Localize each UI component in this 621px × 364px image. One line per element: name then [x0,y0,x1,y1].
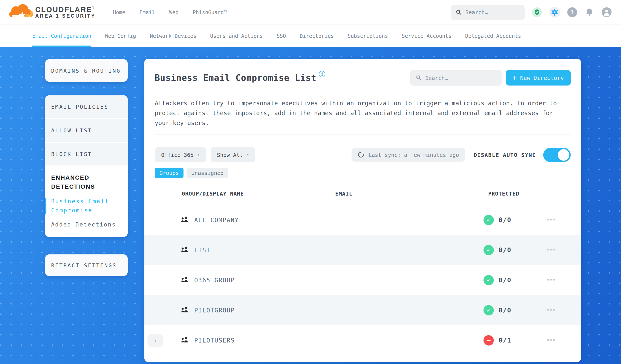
protected-count: 0/0 [499,306,511,314]
group-icon [180,246,189,254]
tab-email-configuration[interactable]: Email Configuration [32,25,91,47]
tab-directories[interactable]: Directories [300,25,334,47]
app: CLOUDFLARE® AREA 1 SECURITY Home Email W… [0,0,621,364]
cloudflare-cloud-icon [9,4,34,21]
sidebar-item-email-policies[interactable]: EMAIL POLICIES [45,95,128,119]
table-row[interactable]: › PILOTGROUP ✓ 0/0 [144,295,581,325]
group-name: PILOTUSERS [194,337,235,344]
sidebar-section-enhanced-detections: ENHANCED DETECTIONS Business Email Compr… [45,166,128,237]
sidebar-item-domains-routing[interactable]: DOMAINS & ROUTING [45,59,128,82]
row-menu-icon[interactable] [547,339,555,341]
row-menu-icon[interactable] [547,309,555,311]
protected-status-badge: ✓ [483,305,494,315]
table-row[interactable]: › O365_GROUP ✓ 0/0 [144,265,581,295]
group-icon [180,276,189,284]
global-search-input[interactable] [466,9,519,16]
card-header: Business Email Compromise Listi + New Di… [144,59,581,86]
bell-icon[interactable] [585,7,594,17]
new-directory-button[interactable]: + New Directory [506,70,571,86]
row-menu-icon[interactable] [547,249,555,251]
directory-select-value: Office 365 [161,152,194,158]
top-nav-web[interactable]: Web [169,9,178,15]
tab-sso[interactable]: SSO [276,25,286,47]
sidebar-label: ALLOW LIST [51,127,92,134]
new-directory-label: New Directory [520,75,564,81]
group-icon [180,306,189,314]
list-tabs: Groups Unassigned [155,168,571,178]
bec-list-card: Business Email Compromise Listi + New Di… [144,59,581,362]
protected-count: 0/1 [499,336,511,344]
sidebar-label: EMAIL POLICIES [51,104,108,110]
top-right-controls: ? [451,4,612,20]
group-name: O365_GROUP [194,277,235,284]
sidebar-link-label: Business Email Compromise [51,198,109,214]
table-row[interactable]: › LIST ✓ 0/0 [144,235,581,265]
gear-icon[interactable] [549,7,560,17]
info-icon[interactable]: i [319,71,325,77]
global-search[interactable] [451,4,525,20]
directory-select[interactable]: Office 365 ▾ [155,147,206,162]
table-row[interactable]: › ALL COMPANY ✓ 0/0 [144,205,581,235]
plus-icon: + [513,74,517,82]
tab-service-accounts[interactable]: Service Accounts [402,25,451,47]
sidebar-link-label: Added Detections [51,221,116,228]
brand-registered-mark: ® [92,6,94,9]
protected-count: 0/0 [499,276,511,284]
top-header: CLOUDFLARE® AREA 1 SECURITY Home Email W… [0,0,621,24]
column-protected: PROTECTED [488,191,519,197]
protected-status-badge: ✓ [483,275,494,285]
protected-status-badge: − [483,335,494,346]
tab-unassigned[interactable]: Unassigned [187,168,228,178]
auto-sync-label: DISABLE AUTO SYNC [474,152,536,158]
protected-count: 0/0 [499,216,511,224]
groups-table: GROUP/DISPLAY NAME EMAIL PROTECTED › ALL… [144,186,581,355]
group-icon [180,336,189,344]
last-sync-status[interactable]: Last sync: a few minutes ago [352,148,465,162]
protected-status-badge: ✓ [483,215,494,225]
brand-text: CLOUDFLARE® AREA 1 SECURITY [35,6,96,19]
sidebar-label: DOMAINS & ROUTING [51,67,121,74]
auto-sync-toggle[interactable] [543,148,571,162]
brand-name: CLOUDFLARE [35,5,92,14]
account-icon[interactable] [602,7,612,17]
tab-users-and-actions[interactable]: Users and Actions [210,25,263,47]
list-search-input[interactable] [425,75,496,81]
sidebar-item-added-detections[interactable]: Added Detections [51,220,122,229]
search-icon [416,75,421,81]
sync-icon [358,151,365,158]
tab-delegated-accounts[interactable]: Delegated Accounts [465,25,521,47]
list-search[interactable] [410,70,501,86]
row-menu-icon[interactable] [547,279,555,281]
table-row[interactable]: › PILOTUSERS − 0/1 [144,325,581,355]
protected-count: 0/0 [499,246,511,254]
tab-groups[interactable]: Groups [155,168,184,178]
chevron-down-icon: ▾ [247,153,249,157]
tab-subscriptions[interactable]: Subscriptions [348,25,388,47]
top-nav-phishguard[interactable]: PhishGuard™ [193,9,227,15]
last-sync-text: Last sync: a few minutes ago [368,152,459,158]
sidebar-item-retract-settings[interactable]: RETRACT SETTINGS [45,254,128,276]
top-nav-home[interactable]: Home [113,9,125,15]
group-icon [180,216,189,224]
row-menu-icon[interactable] [547,219,555,221]
expand-row-button[interactable]: › [148,334,163,347]
top-nav-email[interactable]: Email [139,9,155,15]
show-filter-value: Show All [217,152,242,158]
cloudflare-logo[interactable]: CLOUDFLARE® AREA 1 SECURITY [9,4,96,21]
filters-row: Office 365 ▾ Show All ▾ Last sync: a few… [155,147,571,162]
sidebar-item-allow-list[interactable]: ALLOW LIST [45,119,128,143]
brand-subtitle: AREA 1 SECURITY [35,14,96,19]
sidebar-item-block-list[interactable]: BLOCK LIST [45,143,128,166]
column-email: EMAIL [335,191,352,197]
sidebar-item-business-email-compromise[interactable]: Business Email Compromise [51,197,122,215]
group-name: ALL COMPANY [194,217,239,224]
tab-network-devices[interactable]: Network Devices [150,25,196,47]
show-filter-select[interactable]: Show All ▾ [210,147,255,162]
sidebar-label: BLOCK LIST [51,151,92,157]
help-icon[interactable]: ? [567,7,577,17]
toggle-knob [558,149,569,160]
enhanced-detections-title[interactable]: ENHANCED DETECTIONS [51,173,103,191]
tab-web-config[interactable]: Web Config [105,25,136,47]
shield-check-icon[interactable] [532,7,542,17]
top-nav: Home Email Web PhishGuard™ [113,9,227,15]
